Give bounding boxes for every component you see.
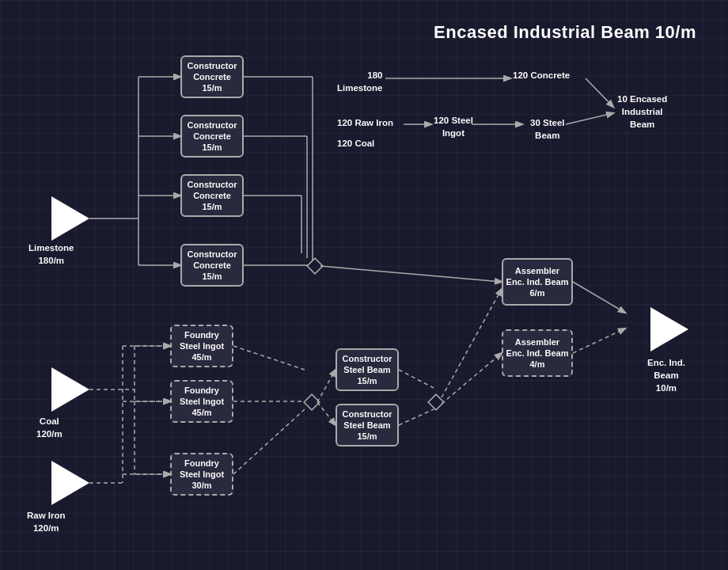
label-output: Enc. Ind.Beam10/m (647, 356, 685, 394)
constructor-steel-beam-2: ConstructorSteel Beam15/m (336, 404, 399, 446)
svg-line-14 (320, 266, 502, 282)
foundry-steel-2: FoundrySteel Ingot45/m (170, 380, 233, 423)
svg-line-40 (586, 78, 613, 107)
svg-line-35 (442, 289, 502, 397)
foundry-steel-1: FoundrySteel Ingot45/m (170, 325, 233, 367)
svg-line-30 (317, 370, 336, 402)
label-coal: Coal120/m (36, 415, 63, 440)
label-raw-iron-flow: 120 Raw Iron (337, 116, 393, 129)
constructor-steel-beam-1: ConstructorSteel Beam15/m (336, 348, 399, 391)
svg-line-43 (566, 113, 613, 124)
assembler-enc-1: AssemblerEnc. Ind. Beam6/m (502, 258, 573, 306)
label-raw-iron: Raw Iron120/m (27, 509, 66, 534)
svg-line-32 (399, 370, 434, 388)
foundry-steel-3: FoundrySteel Ingot30/m (170, 453, 233, 496)
label-steel-ingot-flow: 120 SteelIngot (434, 114, 473, 139)
svg-rect-13 (307, 258, 323, 274)
triangle-coal (51, 367, 89, 412)
assembler-enc-2: AssemblerEnc. Ind. Beam4/m (502, 329, 573, 377)
svg-line-26 (233, 346, 305, 370)
triangle-raw-iron (51, 461, 89, 505)
svg-rect-29 (304, 394, 320, 410)
page-title: Encased Industrial Beam 10/m (434, 22, 696, 43)
triangle-limestone (51, 196, 89, 241)
svg-line-31 (317, 402, 336, 425)
svg-line-38 (573, 329, 625, 353)
constructor-concrete-1: ConstructorConcrete15/m (180, 55, 244, 98)
svg-line-37 (573, 282, 625, 313)
triangle-output (650, 307, 688, 352)
constructor-concrete-3: ConstructorConcrete15/m (180, 174, 244, 217)
svg-line-33 (399, 409, 434, 425)
svg-line-28 (233, 409, 305, 474)
constructor-concrete-4: ConstructorConcrete15/m (180, 244, 244, 287)
svg-line-36 (442, 353, 502, 404)
constructor-concrete-2: ConstructorConcrete15/m (180, 115, 244, 158)
label-limestone: Limestone180/m (28, 241, 74, 267)
label-concrete-flow: 120 Concrete (513, 69, 570, 82)
label-steel-beam-flow: 30 SteelBeam (530, 116, 564, 142)
svg-rect-34 (428, 394, 444, 410)
label-coal-flow: 120 Coal (337, 137, 374, 150)
label-output-flow: 10 EncasedIndustrialBeam (617, 93, 667, 131)
label-limestone-flow: 180Limestone (337, 69, 383, 94)
